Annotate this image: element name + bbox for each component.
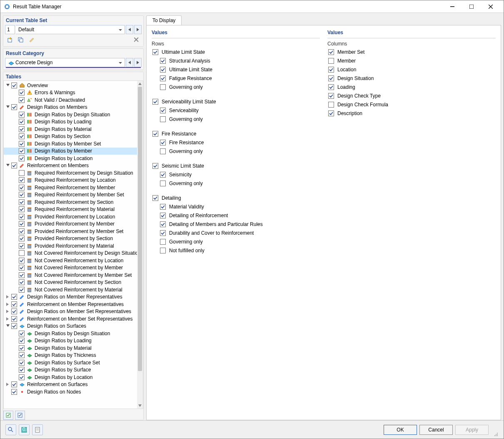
chevron-right-icon[interactable] — [5, 317, 10, 321]
tree-item[interactable]: Provided Reinforcement by Location — [4, 213, 143, 221]
checkbox[interactable] — [11, 301, 17, 307]
checkbox[interactable] — [160, 221, 166, 227]
tree-item[interactable]: Reinforcement on Members — [4, 162, 143, 170]
chevron-right-icon[interactable] — [5, 383, 10, 386]
group-header[interactable]: Seismic Limit State — [152, 161, 320, 170]
tree-item[interactable]: Provided Reinforcement by Member — [4, 221, 143, 228]
checkbox[interactable] — [160, 140, 166, 145]
checkbox[interactable] — [11, 316, 17, 322]
ok-button[interactable]: OK — [384, 425, 417, 435]
checkbox[interactable] — [19, 141, 25, 147]
tree-item[interactable]: Required Reinforcement by Material — [4, 206, 143, 213]
checkbox[interactable] — [19, 250, 25, 256]
group-header[interactable]: Ultimate Limit State — [152, 48, 320, 56]
checkbox[interactable] — [11, 104, 17, 110]
option-row[interactable]: Governing only — [152, 115, 320, 123]
maximize-button[interactable] — [462, 0, 481, 13]
tree-item[interactable]: Design Ratios by Design Situation — [4, 330, 143, 337]
search-button[interactable] — [5, 424, 16, 435]
checkbox[interactable] — [19, 352, 25, 358]
checkbox[interactable] — [11, 163, 17, 168]
column-option-row[interactable]: Design Check Type — [327, 91, 496, 100]
checkbox[interactable] — [328, 49, 334, 55]
tree-item[interactable]: Not Covered Reinforcement by Member Set — [4, 271, 143, 279]
checkbox[interactable] — [19, 112, 25, 118]
checkbox[interactable] — [152, 49, 158, 55]
checkbox[interactable] — [160, 75, 166, 81]
column-option-row[interactable]: Design Check Formula — [327, 100, 496, 109]
checkbox[interactable] — [328, 58, 334, 64]
new-table-set-button[interactable] — [5, 35, 15, 45]
checkbox[interactable] — [11, 83, 17, 88]
tree-item[interactable]: Design Ratios by Section — [4, 133, 143, 140]
column-option-row[interactable]: Description — [327, 109, 496, 118]
tree-item[interactable]: Not Covered Reinforcement by Design Situ… — [4, 250, 143, 257]
table-set-prev-button[interactable] — [126, 25, 133, 34]
checkbox[interactable] — [19, 170, 25, 176]
group-header[interactable]: Fire Resistance — [152, 129, 320, 138]
checkbox[interactable] — [160, 204, 166, 210]
checkbox[interactable] — [11, 294, 17, 300]
checkbox[interactable] — [19, 243, 25, 249]
checkbox[interactable] — [19, 272, 25, 278]
checkbox[interactable] — [328, 102, 334, 108]
checkbox[interactable] — [19, 345, 25, 351]
chevron-down-icon[interactable] — [5, 84, 10, 87]
tab-to-display[interactable]: To Display — [146, 15, 182, 25]
option-row[interactable]: Seismicity — [152, 170, 320, 179]
tree-item[interactable]: Design Ratios by Material — [4, 344, 143, 352]
select-all-button[interactable] — [3, 411, 13, 420]
tree-item[interactable]: Provided Reinforcement by Material — [4, 242, 143, 250]
delete-table-set-button[interactable] — [132, 35, 142, 45]
tree-item[interactable]: Design Ratios by Loading — [4, 118, 143, 126]
checkbox[interactable] — [19, 133, 25, 139]
tree-item[interactable]: Not Covered Reinforcement by Member — [4, 264, 143, 272]
option-row[interactable]: Detailing of Reinforcement — [152, 211, 320, 220]
checkbox[interactable] — [160, 239, 166, 245]
chevron-right-icon[interactable] — [5, 295, 10, 299]
group-header[interactable]: Serviceability Limit State — [152, 97, 320, 106]
option-row[interactable]: Structural Analysis — [152, 56, 320, 65]
apply-button[interactable]: Apply — [455, 425, 489, 435]
checkbox[interactable] — [152, 163, 158, 169]
chevron-down-icon[interactable] — [5, 324, 10, 328]
checkbox[interactable] — [19, 287, 25, 293]
checkbox[interactable] — [160, 213, 166, 218]
checkbox[interactable] — [19, 126, 25, 132]
tree-item[interactable]: Design Ratios on Member Representatives — [4, 294, 143, 301]
checkbox[interactable] — [11, 389, 17, 395]
checkbox[interactable] — [19, 236, 25, 241]
tree-item[interactable]: Errors & Warnings — [4, 89, 143, 97]
checkbox[interactable] — [19, 156, 25, 161]
checkbox[interactable] — [152, 195, 158, 201]
table-set-next-button[interactable] — [134, 25, 142, 34]
tree-item[interactable]: Design Ratios on Member Set Representati… — [4, 308, 143, 316]
cancel-button[interactable]: Cancel — [419, 425, 453, 435]
option-row[interactable]: Governing only — [152, 83, 320, 91]
tree-item[interactable]: Design Ratios by Location — [4, 155, 143, 162]
checkbox[interactable] — [19, 97, 25, 103]
checkbox[interactable] — [19, 90, 25, 95]
checkbox[interactable] — [19, 185, 25, 191]
column-option-row[interactable]: Member Set — [327, 48, 496, 56]
tree-scrollbar[interactable] — [137, 81, 143, 409]
checkbox[interactable] — [160, 84, 166, 90]
tree-item[interactable]: Design Ratios by Material — [4, 125, 143, 133]
tree-item[interactable]: Reinforcement on Member Set Representati… — [4, 315, 143, 323]
copy-table-set-button[interactable] — [16, 35, 26, 45]
option-row[interactable]: Serviceability — [152, 106, 320, 115]
checkbox[interactable] — [19, 192, 25, 198]
close-button[interactable] — [481, 0, 500, 13]
option-row[interactable]: Fatigue Resistance — [152, 74, 320, 83]
checkbox[interactable] — [19, 258, 25, 263]
resize-grip-icon[interactable] — [493, 431, 499, 437]
checkbox[interactable] — [152, 131, 158, 137]
minimize-button[interactable] — [443, 0, 462, 13]
checkbox[interactable] — [160, 58, 166, 64]
checkbox[interactable] — [19, 119, 25, 125]
tree-item[interactable]: Required Reinforcement by Section — [4, 198, 143, 206]
tree-item[interactable]: Not Covered Reinforcement by Location — [4, 257, 143, 264]
checkbox[interactable] — [19, 338, 25, 344]
column-option-row[interactable]: Location — [327, 65, 496, 74]
checkbox[interactable] — [328, 84, 334, 90]
